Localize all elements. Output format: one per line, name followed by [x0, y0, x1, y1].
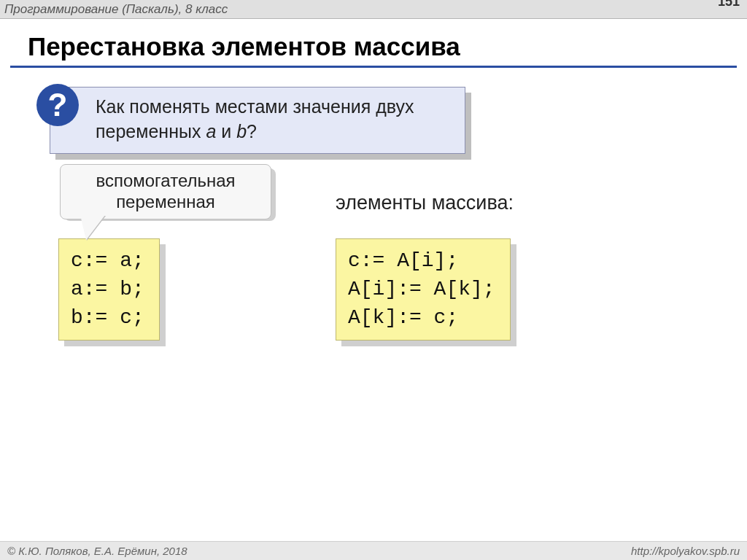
hint-bubble: вспомогательная переменная — [60, 164, 271, 219]
question-text: Как поменять местами значения двух перем… — [50, 87, 465, 154]
footer-url: http://kpolyakov.spb.ru — [631, 545, 740, 557]
code-left-text: c:= a; a:= b; b:= c; — [58, 238, 160, 341]
copyright-text: © К.Ю. Поляков, Е.А. Ерёмин, 2018 — [7, 545, 187, 557]
page-number: 151 — [718, 0, 740, 9]
question-line1: Как поменять местами значения двух — [96, 96, 414, 117]
array-elements-label: элементы массива: — [336, 192, 514, 214]
code-right-text: c:= A[i]; A[i]:= A[k]; A[k]:= c; — [336, 238, 511, 341]
hint-line1: вспомогательная — [96, 171, 235, 190]
code-swap-variables: c:= a; a:= b; b:= c; — [58, 238, 160, 341]
question-sep: и — [216, 121, 236, 141]
hint-line2: переменная — [116, 192, 215, 211]
question-qmark: ? — [247, 121, 257, 141]
hint-text: вспомогательная переменная — [60, 164, 271, 219]
var-a: a — [206, 121, 216, 141]
var-b: b — [236, 121, 247, 141]
footer-bar: © К.Ю. Поляков, Е.А. Ерёмин, 2018 http:/… — [0, 541, 747, 560]
course-title: Программирование (Паскаль), 8 класс — [4, 2, 228, 17]
question-callout: ? Как поменять местами значения двух пер… — [50, 87, 465, 154]
code-swap-array-elements: c:= A[i]; A[i]:= A[k]; A[k]:= c; — [336, 238, 511, 341]
question-line2-prefix: переменных — [96, 121, 206, 141]
page-title: Перестановка элементов массива — [28, 32, 747, 61]
question-mark-icon: ? — [36, 84, 79, 126]
content-area: ? Как поменять местами значения двух пер… — [0, 68, 747, 154]
bubble-tail-icon — [80, 215, 105, 240]
header-bar: Программирование (Паскаль), 8 класс 151 — [0, 0, 747, 19]
